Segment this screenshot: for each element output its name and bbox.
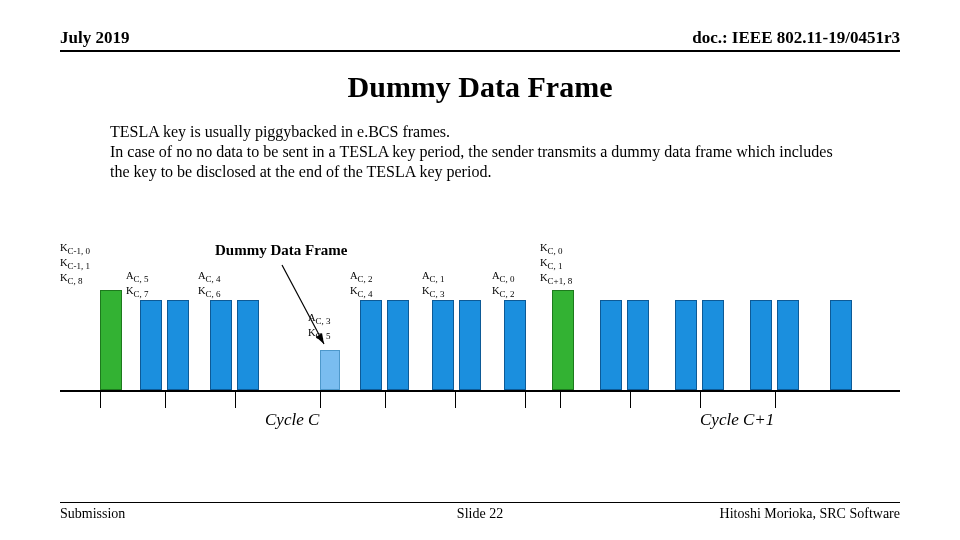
- timeline-bar: [552, 290, 574, 390]
- timeline-bar: [504, 300, 526, 390]
- footer-right: Hitoshi Morioka, SRC Software: [720, 506, 900, 522]
- key-label-stack-left: KC-1, 0 KC-1, 1 KC, 8: [60, 242, 90, 287]
- timeline-bar: [237, 300, 259, 390]
- svg-marker-1: [316, 333, 324, 344]
- label-ac0: AC, 0 KC, 2: [492, 270, 515, 300]
- tick-mark: [100, 392, 101, 408]
- timeline-bar: [140, 300, 162, 390]
- timeline-bar: [167, 300, 189, 390]
- timeline-bar: [675, 300, 697, 390]
- timeline-bar: [750, 300, 772, 390]
- label-ac2: AC, 2 KC, 4: [350, 270, 373, 300]
- label-ac5: AC, 5 KC, 7: [126, 270, 149, 300]
- timeline-bar: [360, 300, 382, 390]
- tick-mark: [630, 392, 631, 408]
- tick-mark: [165, 392, 166, 408]
- cycle-c1-label: Cycle C+1: [700, 410, 774, 430]
- tick-mark: [700, 392, 701, 408]
- dummy-frame-label: Dummy Data Frame: [215, 242, 347, 259]
- footer-center: Slide 22: [457, 506, 503, 522]
- tick-mark: [235, 392, 236, 408]
- timeline-bar: [100, 290, 122, 390]
- tick-mark: [560, 392, 561, 408]
- timeline-bar: [432, 300, 454, 390]
- timeline-bar: [600, 300, 622, 390]
- cycle-c-label: Cycle C: [265, 410, 319, 430]
- body-paragraph: TESLA key is usually piggybacked in e.BC…: [0, 122, 960, 182]
- footer-left: Submission: [60, 506, 125, 522]
- label-ac4: AC, 4 KC, 6: [198, 270, 221, 300]
- header-doc: doc.: IEEE 802.11-19/0451r3: [692, 28, 900, 48]
- timeline-bar: [830, 300, 852, 390]
- header-date: July 2019: [60, 28, 129, 48]
- label-ac1: AC, 1 KC, 3: [422, 270, 445, 300]
- tick-mark: [385, 392, 386, 408]
- timeline-bar: [387, 300, 409, 390]
- tick-mark: [320, 392, 321, 408]
- baseline: [60, 390, 900, 392]
- svg-line-0: [282, 265, 324, 344]
- timeline-bar: [777, 300, 799, 390]
- key-label-stack-right: KC, 0 KC, 1 KC+1, 8: [540, 242, 572, 287]
- timeline-bar: [627, 300, 649, 390]
- timeline-bar: [459, 300, 481, 390]
- header-rule: [60, 50, 900, 52]
- tick-mark: [775, 392, 776, 408]
- timeline-bar: [702, 300, 724, 390]
- timeline-diagram: KC-1, 0 KC-1, 1 KC, 8 AC, 5 KC, 7 AC, 4 …: [60, 212, 900, 432]
- page-title: Dummy Data Frame: [0, 70, 960, 104]
- timeline-bar: [210, 300, 232, 390]
- arrow-icon: [272, 260, 330, 350]
- tick-mark: [455, 392, 456, 408]
- timeline-bar: [320, 350, 340, 390]
- tick-mark: [525, 392, 526, 408]
